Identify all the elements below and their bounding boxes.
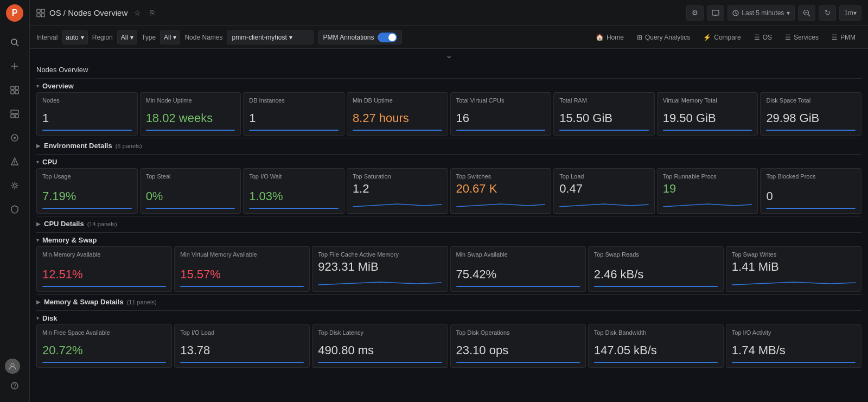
star-icon[interactable]: ☆ [132,8,143,18]
pmm-annotations-button[interactable]: PMM Annotations [318,30,401,44]
metric-card-title: Top File Cache Active Memory [318,251,442,258]
metric-card-line [249,208,339,209]
metric-card-title: Top Load [559,173,649,180]
svg-point-15 [13,184,16,187]
cpu-section-header[interactable]: ▾ CPU [36,154,861,168]
sparkline [559,199,649,209]
chevron-down-icon-6: ▾ [289,34,292,41]
disk-collapse-icon: ▾ [36,315,39,321]
metric-card-line [353,130,442,131]
metric-card-line [146,130,235,131]
metric-card: Min Memory Available12.51% [36,246,172,292]
time-range-picker[interactable]: Last 5 minutes ▾ [727,5,795,21]
metric-card-title: Min Memory Available [42,251,166,258]
type-select[interactable]: All ▾ [160,30,180,44]
node-names-filter-label: Node Names [184,34,222,41]
metric-card: Top Disk Operations23.10 ops [450,324,586,368]
tab-query-analytics[interactable]: ⊞ Query Analytics [631,30,696,44]
sidebar-item-alerts[interactable] [5,152,24,171]
sidebar-item-settings[interactable] [5,176,24,195]
svg-rect-22 [41,14,44,17]
tab-services[interactable]: ☰ Services [779,30,825,44]
region-select[interactable]: All ▾ [117,30,137,44]
svg-rect-4 [11,86,14,90]
sidebar-item-explore[interactable] [5,128,24,148]
metric-card-value: 1.41 MiB [732,260,856,274]
memory-details-section-header[interactable]: ▶ Memory & Swap Details (11 panels) [36,294,861,308]
metric-card-title: Top Disk Latency [318,329,442,336]
overview-section-header[interactable]: ▾ Overview [36,78,861,92]
disk-metrics-grid: Min Free Space Available20.72%Top I/O Lo… [36,324,861,368]
user-avatar[interactable] [5,359,20,374]
tab-services-label: Services [794,34,819,41]
settings-button[interactable]: ⚙ [686,5,704,21]
tab-os[interactable]: ☰ OS [748,30,778,44]
metric-card-title: Disk Space Total [766,97,856,104]
metric-card-title: Top Steal [146,173,235,180]
metric-card-title: Total RAM [559,97,649,104]
svg-rect-19 [37,9,40,12]
metric-card-value: 1 [249,111,339,125]
node-names-select[interactable]: pmm-client-myhost ▾ [227,30,314,44]
metric-card: Min Virtual Memory Available15.57% [174,246,310,292]
env-details-section-header[interactable]: ▶ Environment Details (6 panels) [36,138,861,152]
disk-section-header[interactable]: ▾ Disk [36,310,861,324]
chevron-down-icon-4: ▾ [130,34,133,41]
tab-pmm-label: PMM [840,34,856,41]
time-range-label: Last 5 minutes [742,9,784,17]
sidebar: P ? [0,0,30,402]
sidebar-bottom: ? [5,356,24,398]
metric-card-line [456,286,580,287]
sidebar-item-help[interactable]: ? [5,376,24,395]
metric-card-line [663,130,752,131]
pmm-annotations-toggle[interactable] [378,33,397,42]
disk-section-label: Disk [42,314,57,322]
svg-point-14 [14,163,15,164]
sidebar-item-dashboards[interactable] [5,80,24,100]
svg-text:?: ? [13,383,16,389]
metric-card-title: Top Usage [42,173,132,180]
metric-card-line [766,208,856,209]
zoom-out-button[interactable] [798,5,815,21]
share-icon[interactable]: ⎘ [148,8,156,18]
tab-pmm[interactable]: ☰ PMM [826,30,861,44]
cpu-details-section-header[interactable]: ▶ CPU Details (14 panels) [36,216,861,230]
topbar-left: OS / Nodes Overview ☆ ⎘ [36,8,686,18]
metric-card-title: DB Instances [249,97,339,104]
metric-card: Min Free Space Available20.72% [36,324,172,368]
svg-rect-10 [15,114,18,118]
sidebar-item-shield[interactable] [5,200,24,219]
metric-card-line [42,286,166,287]
sidebar-item-plus[interactable] [5,56,24,76]
metric-card-title: Top Disk Operations [456,329,580,336]
metric-card: Top Swap Writes1.41 MiB [726,246,861,292]
chevron-icon[interactable]: ⌄ [445,50,452,60]
tv-mode-button[interactable] [707,5,724,21]
app-logo[interactable]: P [6,4,23,22]
metric-card-value: 23.10 ops [456,343,580,358]
cpu-collapse-icon: ▾ [36,159,39,165]
memory-details-section-label: Memory & Swap Details [44,298,124,306]
metric-card-line [456,130,546,131]
collapse-bar[interactable]: ⌄ [36,49,861,61]
tab-compare[interactable]: ⚡ Compare [697,30,746,44]
dashboard-content: ⌄ Nodes Overview ▾ Overview Nodes1Min No… [30,49,868,402]
svg-point-0 [11,39,17,44]
metric-card: Top Switches20.67 K [450,168,552,214]
interval-selector[interactable]: 1m ▾ [839,5,861,21]
refresh-button[interactable]: ↻ [819,5,836,21]
memory-details-sub-label: (11 panels) [127,299,157,305]
sidebar-item-search[interactable] [5,33,24,52]
metric-card-title: Top Saturation [353,173,442,180]
tab-home[interactable]: 🏠 Home [590,30,630,44]
interval-label: 1m [844,9,853,17]
page-title: OS / Nodes Overview [49,8,127,17]
svg-rect-7 [15,91,18,94]
metric-card-line [146,208,235,209]
interval-select[interactable]: auto ▾ [62,30,87,44]
metric-card: Min DB Uptime8.27 hours [347,92,448,136]
chevron-down-icon-5: ▾ [173,34,176,41]
memory-section-header[interactable]: ▾ Memory & Swap [36,232,861,246]
sidebar-item-panels[interactable] [5,104,24,124]
sparkline [456,199,546,209]
